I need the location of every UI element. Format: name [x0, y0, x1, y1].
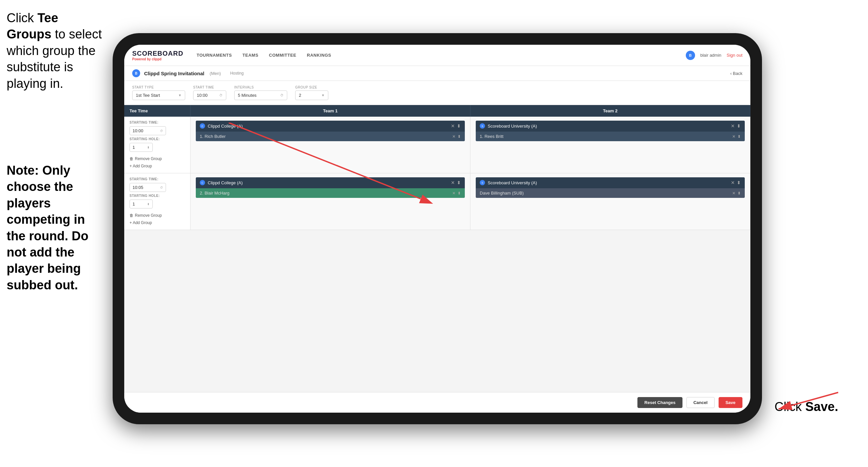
start-type-label: Start Type [132, 86, 185, 89]
tee-row-2: STARTING TIME: 10:05 ⏱ STARTING HOLE: 1 … [124, 173, 750, 230]
sub-icon: B [132, 69, 140, 77]
player-ctrl-2-2-0: ✕ ⬍ [732, 191, 741, 196]
logo-area: SCOREBOARD Powered by clippd [132, 50, 183, 61]
instruction-save: Click Save. [775, 400, 838, 414]
team-remove-btn-2-1[interactable]: ✕ [731, 123, 735, 128]
team-controls-1-1: ✕ ⬍ [451, 123, 461, 128]
player-row-2-2-0: Dave Billingham (SUB) ✕ ⬍ [476, 188, 745, 198]
header-team1: Team 1 [190, 105, 470, 117]
player-remove-icon-2-2-0[interactable]: ✕ [732, 191, 736, 196]
tee-actions-1: 🗑 Remove Group + Add Group [129, 156, 185, 169]
player-expand-icon-1-1-0[interactable]: ⬍ [458, 134, 461, 139]
starting-hole-input-2[interactable]: 1 ⬍ [129, 200, 153, 208]
header-tee-time: Tee Time [124, 105, 190, 117]
nav-links: TOURNAMENTS TEAMS COMMITTEE RANKINGS [196, 53, 685, 58]
starting-hole-label-1: STARTING HOLE: [129, 137, 185, 141]
team-name-1-1: Clippd College (A) [208, 124, 243, 128]
user-name: blair admin [700, 53, 721, 58]
group-size-field: Group Size 2 ▼ [295, 86, 328, 100]
instruction-mid: Note: Only choose the players competing … [0, 163, 113, 293]
player-remove-icon-2-1-0[interactable]: ✕ [732, 134, 736, 139]
sign-out-link[interactable]: Sign out [726, 53, 742, 58]
remove-group-btn-1[interactable]: 🗑 Remove Group [129, 156, 185, 162]
intervals-input[interactable]: 5 Minutes ⏱ [234, 90, 287, 100]
tee-time-cell-1: STARTING TIME: 10:00 ⏱ STARTING HOLE: 1 … [124, 117, 190, 173]
player-ctrl-2-1-0: ✕ ⬍ [732, 134, 741, 139]
player-name-2-1-0: 1. Rees Britt [480, 134, 503, 139]
nav-rankings[interactable]: RANKINGS [307, 53, 331, 58]
team-header-left-2-2: S Scoreboard University (A) [480, 180, 537, 185]
header-team2: Team 2 [470, 105, 750, 117]
sub-header-left: B Clippd Spring Invitational (Men) Hosti… [132, 69, 244, 77]
group-size-caret: ▼ [321, 93, 325, 97]
team-expand-btn-2-2[interactable]: ⬍ [737, 180, 741, 185]
starting-time-input-1[interactable]: 10:00 ⏱ [129, 126, 166, 135]
team-expand-btn-1-2[interactable]: ⬍ [457, 180, 461, 185]
team-expand-btn-1-1[interactable]: ⬍ [457, 123, 461, 128]
settings-bar: Start Type 1st Tee Start ▼ Start Time 10… [124, 81, 750, 105]
nav-committee[interactable]: COMMITTEE [269, 53, 297, 58]
player-row-2-1-0: 1. Rees Britt ✕ ⬍ [476, 132, 745, 141]
bottom-bar: Reset Changes Cancel Save [124, 392, 750, 413]
nav-tournaments[interactable]: TOURNAMENTS [196, 53, 231, 58]
team2-cell-2: S Scoreboard University (A) ✕ ⬍ Dave Bil… [470, 173, 750, 230]
team-group-header-2-2: S Scoreboard University (A) ✕ ⬍ [476, 177, 745, 188]
team-controls-2-2: ✕ ⬍ [731, 180, 741, 185]
logo-scoreboard: SCOREBOARD [132, 50, 183, 57]
start-time-input[interactable]: 10:00 ⏱ [193, 90, 226, 100]
team-remove-btn-1-2[interactable]: ✕ [451, 180, 455, 185]
add-group-btn-1[interactable]: + Add Group [129, 163, 185, 169]
team1-cell-1: C Clippd College (A) ✕ ⬍ 1. Rich Butler [190, 117, 470, 173]
tablet-device: SCOREBOARD Powered by clippd TOURNAMENTS… [113, 33, 762, 424]
team-header-left-1-1: C Clippd College (A) [200, 123, 243, 128]
team-controls-1-2: ✕ ⬍ [451, 180, 461, 185]
sub-header: B Clippd Spring Invitational (Men) Hosti… [124, 66, 750, 81]
time-caret-1: ⏱ [160, 129, 163, 133]
cancel-button[interactable]: Cancel [686, 397, 715, 408]
remove-icon-2: 🗑 [129, 213, 133, 218]
team2-cell-1: S Scoreboard University (A) ✕ ⬍ 1. Rees … [470, 117, 750, 173]
team-dot-2-1: S [480, 123, 485, 128]
logo-powered: Powered by clippd [132, 57, 183, 61]
starting-hole-input-1[interactable]: 1 ⬍ [129, 143, 153, 152]
player-expand-icon-2-2-0[interactable]: ⬍ [738, 191, 741, 196]
team-remove-btn-1-1[interactable]: ✕ [451, 123, 455, 128]
team-name-2-1: Scoreboard University (A) [488, 124, 537, 128]
group-size-input[interactable]: 2 ▼ [295, 90, 328, 100]
top-nav: SCOREBOARD Powered by clippd TOURNAMENTS… [124, 45, 750, 66]
team-group-header-1-2: C Clippd College (A) ✕ ⬍ [196, 177, 465, 188]
player-expand-icon-2-1-0[interactable]: ⬍ [738, 134, 741, 139]
team-name-1-2: Clippd College (A) [208, 180, 243, 185]
nav-teams[interactable]: TEAMS [243, 53, 258, 58]
player-remove-icon-1-1-0[interactable]: ✕ [452, 134, 456, 139]
starting-hole-label-2: STARTING HOLE: [129, 194, 185, 198]
player-name-1-1-0: 1. Rich Butler [200, 134, 226, 139]
player-remove-icon-1-2-0[interactable]: ✕ [452, 191, 456, 196]
start-type-field: Start Type 1st Tee Start ▼ [132, 86, 185, 100]
team-expand-btn-2-1[interactable]: ⬍ [737, 123, 741, 128]
group-size-label: Group Size [295, 86, 328, 89]
tee-actions-2: 🗑 Remove Group + Add Group [129, 212, 185, 226]
intervals-label: Intervals [234, 86, 287, 89]
player-row-1-1-0: 1. Rich Butler ✕ ⬍ [196, 132, 465, 141]
team-group-2-2: S Scoreboard University (A) ✕ ⬍ Dave Bil… [476, 177, 745, 198]
reset-changes-button[interactable]: Reset Changes [638, 397, 682, 408]
tablet-screen: SCOREBOARD Powered by clippd TOURNAMENTS… [124, 45, 750, 413]
team-remove-btn-2-2[interactable]: ✕ [731, 180, 735, 185]
back-button[interactable]: ‹ Back [730, 71, 742, 76]
team-dot-2-2: S [480, 180, 485, 185]
tee-table: Tee Time Team 1 Team 2 STARTING TIME: 10… [124, 105, 750, 392]
start-time-field: Start Time 10:00 ⏱ [193, 86, 226, 100]
instruction-save-bold: Save. [805, 400, 838, 414]
player-expand-icon-1-2-0[interactable]: ⬍ [458, 191, 461, 196]
team-group-1-1: C Clippd College (A) ✕ ⬍ 1. Rich Butler [196, 121, 465, 141]
save-button[interactable]: Save [719, 397, 742, 408]
add-group-btn-2[interactable]: + Add Group [129, 220, 185, 226]
team-group-1-2: C Clippd College (A) ✕ ⬍ 2. Blair McHarg [196, 177, 465, 198]
start-type-input[interactable]: 1st Tee Start ▼ [132, 90, 185, 100]
player-name-1-2-0: 2. Blair McHarg [200, 191, 229, 196]
starting-time-input-2[interactable]: 10:05 ⏱ [129, 183, 166, 192]
starting-time-label-1: STARTING TIME: [129, 121, 185, 124]
remove-group-btn-2[interactable]: 🗑 Remove Group [129, 212, 185, 218]
team-name-2-2: Scoreboard University (A) [488, 180, 537, 185]
